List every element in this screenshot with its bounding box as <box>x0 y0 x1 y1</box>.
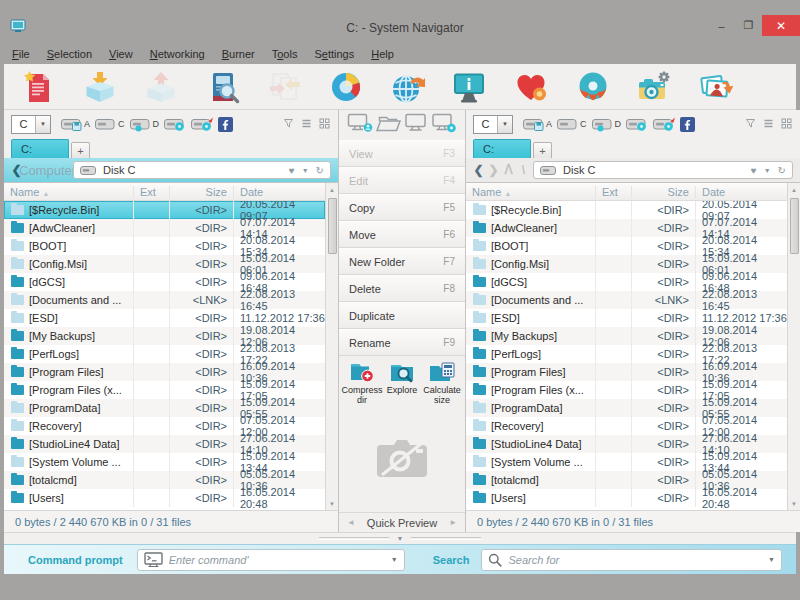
column-headers[interactable]: Name ▲ExtSizeDate <box>466 183 787 201</box>
facebook-button[interactable] <box>218 117 233 132</box>
filter-icon[interactable] <box>745 115 756 133</box>
menu-help[interactable]: Help <box>371 48 394 60</box>
menu-file[interactable]: File <box>12 48 30 60</box>
tab-drive-c[interactable]: C: <box>473 139 531 158</box>
explore-button[interactable]: Explore <box>382 361 422 406</box>
filter-icon[interactable] <box>283 115 294 133</box>
menu-selection[interactable]: Selection <box>47 48 92 60</box>
action-new-folder-button[interactable]: New FolderF7 <box>339 248 465 275</box>
vertical-scrollbar[interactable]: ▲▼ <box>787 183 800 510</box>
drive-selector[interactable]: C▼ <box>473 115 513 134</box>
drive-selector[interactable]: C▼ <box>11 115 51 134</box>
action-view-button[interactable]: ViewF3 <box>339 140 465 167</box>
action-copy-button[interactable]: CopyF5 <box>339 194 465 221</box>
hdd-media-button[interactable]: D <box>592 116 622 132</box>
action-delete-button[interactable]: DeleteF8 <box>339 275 465 302</box>
favorite-icon[interactable]: ♥ <box>751 165 757 176</box>
menu-view[interactable]: View <box>109 48 133 60</box>
menu-burner[interactable]: Burner <box>222 48 255 60</box>
chevron-down-icon[interactable]: ▼ <box>302 167 309 174</box>
maximize-button[interactable]: ❐ <box>735 15 762 36</box>
minimize-button[interactable]: – <box>708 15 735 36</box>
network-icon[interactable] <box>390 69 426 105</box>
menu-tools[interactable]: Tools <box>272 48 298 60</box>
system-info-icon[interactable] <box>451 69 487 105</box>
file-row[interactable]: [Users]<DIR>16.05.2014 20:48 <box>4 489 325 507</box>
list-view-icon[interactable] <box>301 115 312 133</box>
cd-drive-button[interactable] <box>626 116 648 132</box>
title-bar[interactable]: C: - System Navigator – ❐ ✕ <box>10 15 800 43</box>
menu-networking[interactable]: Networking <box>150 48 205 60</box>
remote-connect-icon[interactable] <box>347 113 373 138</box>
unpack-files-icon[interactable] <box>143 69 179 105</box>
action-move-button[interactable]: MoveF6 <box>339 221 465 248</box>
file-row[interactable]: [Documents and ...<LNK>22.08.2013 16:45 <box>466 291 787 309</box>
favorite-icon[interactable]: ♥ <box>289 165 295 176</box>
refresh-icon[interactable]: ↻ <box>778 165 786 176</box>
favorites-icon[interactable] <box>513 69 549 105</box>
hdd-media-button[interactable]: D <box>130 116 160 132</box>
forward-button[interactable]: ❯ <box>488 163 499 177</box>
root-button[interactable]: \ <box>518 163 529 177</box>
sort-asc-icon: ▲ <box>42 190 49 197</box>
action-rename-button[interactable]: RenameF9 <box>339 329 465 356</box>
back-button[interactable]: ❮ <box>473 163 484 177</box>
action-duplicate-button[interactable]: Duplicate <box>339 302 465 329</box>
file-row[interactable]: [Users]<DIR>16.05.2014 20:48 <box>466 489 787 507</box>
hdd-drive-button[interactable]: C <box>557 116 587 132</box>
snapshot-icon[interactable] <box>636 69 672 105</box>
sync-dirs-icon[interactable] <box>267 69 303 105</box>
search-input-wrap: ▼ <box>481 549 782 571</box>
new-tab-button[interactable]: + <box>71 142 90 158</box>
location-box[interactable]: Disk C♥▼↻ <box>533 161 793 179</box>
action-edit-button[interactable]: EditF4 <box>339 167 465 194</box>
quick-preview-bar[interactable]: ◄Quick Preview► <box>339 512 465 532</box>
new-document-icon[interactable] <box>20 69 56 105</box>
main-area: C▼ ACD C: + ❮Computer Disk C♥▼↻ Name ▲Ex… <box>4 110 796 532</box>
command-input[interactable] <box>169 554 386 566</box>
up-button[interactable]: ᐱ <box>503 163 514 177</box>
floppy-drive-button[interactable]: A <box>523 116 552 132</box>
folder-icon <box>11 421 24 431</box>
disk-usage-icon[interactable] <box>328 69 364 105</box>
floppy-drive-button[interactable]: A <box>61 116 90 132</box>
grid-view-icon[interactable] <box>319 115 330 133</box>
chevron-down-icon[interactable]: ▼ <box>391 556 398 563</box>
folder-icon <box>473 331 486 341</box>
tab-drive-c[interactable]: C: <box>11 139 69 158</box>
file-row[interactable]: [Documents and ...<LNK>22.08.2013 16:45 <box>4 291 325 309</box>
scroll-thumb[interactable] <box>328 198 337 254</box>
horizontal-splitter[interactable]: ▼ <box>4 532 796 544</box>
pack-files-icon[interactable] <box>82 69 118 105</box>
export-photos-icon[interactable] <box>698 69 734 105</box>
vertical-scrollbar[interactable]: ▲▼ <box>325 183 338 510</box>
drive-bar: C▼ ACD <box>4 110 338 138</box>
location-box[interactable]: Disk C♥▼↻ <box>73 161 331 179</box>
search-input[interactable] <box>508 554 763 566</box>
facebook-button[interactable] <box>680 117 695 132</box>
calculate-size-button[interactable]: Calculate size <box>422 361 462 406</box>
hdd-drive-button[interactable]: C <box>95 116 125 132</box>
column-headers[interactable]: Name ▲ExtSizeDate <box>4 183 325 201</box>
removable-media-icon[interactable] <box>431 113 457 138</box>
breadcrumb: ❮Computer Disk C♥▼↻ <box>4 158 338 182</box>
new-tab-button[interactable]: + <box>533 142 552 158</box>
find-files-icon[interactable] <box>205 69 241 105</box>
collapse-icon[interactable]: ▼ <box>397 535 404 542</box>
folder-icon <box>473 313 486 323</box>
list-view-icon[interactable] <box>763 115 774 133</box>
close-button[interactable]: ✕ <box>762 15 800 36</box>
compress-dir-button[interactable]: Compress dir <box>342 361 382 406</box>
cd-burn-button[interactable] <box>191 116 213 132</box>
scroll-thumb[interactable] <box>790 198 799 254</box>
menu-settings[interactable]: Settings <box>314 48 354 60</box>
burn-disc-icon[interactable] <box>575 69 611 105</box>
open-folder-icon[interactable] <box>375 113 401 138</box>
chevron-down-icon[interactable]: ▼ <box>764 167 771 174</box>
refresh-icon[interactable]: ↻ <box>316 165 324 176</box>
cd-drive-button[interactable] <box>164 116 186 132</box>
cd-burn-button[interactable] <box>653 116 675 132</box>
chevron-down-icon[interactable]: ▼ <box>768 556 775 563</box>
grid-view-icon[interactable] <box>781 115 792 133</box>
monitor-icon[interactable] <box>403 113 429 138</box>
